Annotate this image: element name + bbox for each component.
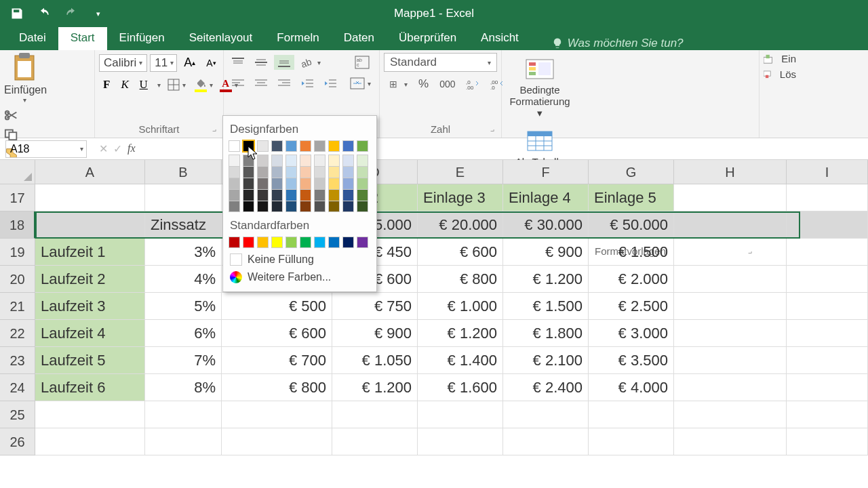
fx-icon[interactable]: fx xyxy=(127,142,136,155)
standard-swatch[interactable] xyxy=(328,237,340,248)
tint-swatch[interactable] xyxy=(314,189,326,201)
cell[interactable] xyxy=(145,401,222,428)
cell[interactable] xyxy=(674,374,787,401)
cell[interactable]: Einlage 5 xyxy=(589,184,674,211)
cell[interactable]: € 1.200 xyxy=(418,320,503,347)
tint-swatch[interactable] xyxy=(328,166,340,178)
tint-swatch[interactable] xyxy=(271,189,283,201)
tint-swatch[interactable] xyxy=(300,189,311,201)
tint-swatch[interactable] xyxy=(300,201,311,212)
cell[interactable]: € 50.000 xyxy=(589,211,674,239)
tint-swatch[interactable] xyxy=(357,189,368,201)
tint-swatch[interactable] xyxy=(243,178,254,189)
cell[interactable]: 3% xyxy=(145,239,222,266)
tint-swatch[interactable] xyxy=(243,166,254,178)
cell[interactable]: Laufzeit 4 xyxy=(35,320,145,347)
cell[interactable]: € 1.500 xyxy=(503,293,589,320)
tint-swatch[interactable] xyxy=(314,178,326,189)
cell[interactable]: € 600 xyxy=(418,239,503,266)
row-header-20[interactable]: 20 xyxy=(0,266,35,293)
cell[interactable] xyxy=(674,266,787,293)
tint-swatch[interactable] xyxy=(314,201,326,212)
cell[interactable]: 7% xyxy=(145,347,222,374)
col-header-H[interactable]: H xyxy=(674,160,787,184)
theme-swatch[interactable] xyxy=(257,140,269,152)
increase-indent-icon[interactable] xyxy=(320,76,340,91)
col-header-F[interactable]: F xyxy=(503,160,589,184)
number-format-select[interactable]: Standard▾ xyxy=(384,53,497,72)
cell[interactable]: Laufzeit 6 xyxy=(35,374,145,401)
cell[interactable] xyxy=(787,184,868,211)
select-all-corner[interactable] xyxy=(0,160,35,184)
cell[interactable]: € 1.200 xyxy=(503,266,589,293)
decrease-font-icon[interactable]: A▾ xyxy=(202,55,220,71)
standard-swatch[interactable] xyxy=(285,237,297,248)
align-bottom-icon[interactable] xyxy=(274,55,294,70)
cell[interactable] xyxy=(787,266,868,293)
tint-swatch[interactable] xyxy=(357,155,368,166)
row-header-23[interactable]: 23 xyxy=(0,347,35,374)
cell[interactable] xyxy=(674,293,787,320)
col-header-I[interactable]: I xyxy=(787,160,868,184)
more-colors-item[interactable]: Weitere Farben... xyxy=(229,268,371,286)
thousands-icon[interactable]: 000 xyxy=(435,76,459,92)
tint-swatch[interactable] xyxy=(285,201,297,212)
cell[interactable]: € 800 xyxy=(418,266,503,293)
tint-swatch[interactable] xyxy=(300,166,311,178)
qat-more-icon[interactable]: ▾ xyxy=(91,6,106,21)
cell[interactable] xyxy=(35,211,145,239)
tint-swatch[interactable] xyxy=(229,178,240,189)
formula-enter-icon[interactable]: ✓ xyxy=(113,142,122,155)
cell[interactable] xyxy=(787,239,868,266)
standard-swatch[interactable] xyxy=(357,237,368,248)
tint-swatch[interactable] xyxy=(328,178,340,189)
accounting-icon[interactable]: ⊞▾ xyxy=(384,75,412,93)
cell[interactable]: € 750 xyxy=(332,293,418,320)
row-header-17[interactable]: 17 xyxy=(0,184,35,211)
tint-swatch[interactable] xyxy=(257,155,269,166)
cell[interactable]: € 30.000 xyxy=(503,211,589,239)
formula-cancel-icon[interactable]: ✕ xyxy=(99,142,108,155)
tint-swatch[interactable] xyxy=(357,166,368,178)
cell[interactable]: Einlage 4 xyxy=(503,184,589,211)
undo-icon[interactable] xyxy=(37,6,52,21)
row-header-24[interactable]: 24 xyxy=(0,374,35,401)
standard-swatch[interactable] xyxy=(314,237,326,248)
cell[interactable]: 4% xyxy=(145,266,222,293)
row-header-25[interactable]: 25 xyxy=(0,401,35,428)
cell[interactable] xyxy=(589,401,674,428)
cell[interactable]: Laufzeit 1 xyxy=(35,239,145,266)
cell[interactable] xyxy=(332,428,418,455)
merge-icon[interactable]: ▾ xyxy=(346,75,375,92)
cell[interactable] xyxy=(332,401,418,428)
cell[interactable] xyxy=(503,401,589,428)
percent-icon[interactable]: % xyxy=(414,75,433,94)
standard-swatch[interactable] xyxy=(229,237,240,248)
cell[interactable] xyxy=(418,401,503,428)
row-header-18[interactable]: 18 xyxy=(0,211,35,239)
cut-icon[interactable] xyxy=(4,109,19,124)
bold-button[interactable]: F xyxy=(99,77,114,93)
align-right-icon[interactable] xyxy=(274,76,294,91)
cell[interactable] xyxy=(787,401,868,428)
tint-swatch[interactable] xyxy=(328,155,340,166)
theme-swatch[interactable] xyxy=(285,140,297,152)
tint-swatch[interactable] xyxy=(229,189,240,201)
cell[interactable]: € 4.000 xyxy=(589,374,674,401)
tab-datei[interactable]: Datei xyxy=(7,26,58,50)
paste-button[interactable]: Einfügen ▾ xyxy=(4,53,45,104)
conditional-formatting-button[interactable]: Bedingte Formatierung ▾ xyxy=(506,53,574,122)
cell[interactable] xyxy=(503,428,589,455)
row-header-22[interactable]: 22 xyxy=(0,320,35,347)
col-header-G[interactable]: G xyxy=(589,160,674,184)
theme-swatch[interactable] xyxy=(300,140,311,152)
tint-swatch[interactable] xyxy=(357,178,368,189)
tint-swatch[interactable] xyxy=(257,189,269,201)
cell[interactable]: Laufzeit 2 xyxy=(35,266,145,293)
wrap-text-icon[interactable]: abc xyxy=(351,53,374,72)
cell[interactable] xyxy=(787,293,868,320)
theme-swatch[interactable] xyxy=(229,140,240,152)
cell[interactable] xyxy=(418,428,503,455)
cell[interactable]: € 1.500 xyxy=(589,239,674,266)
cell[interactable]: Laufzeit 3 xyxy=(35,293,145,320)
